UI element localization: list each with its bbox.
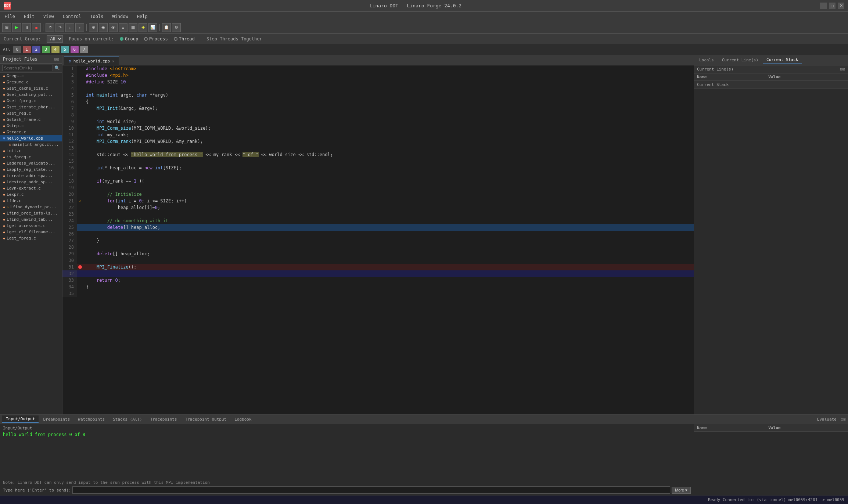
- file-Lapply[interactable]: ◆Lapply_reg_state...: [0, 166, 62, 173]
- file-Gset_iterate[interactable]: ◆Gset_iterate_phdr...: [0, 104, 62, 110]
- file-Gset_reg[interactable]: ◆Gset_reg.c: [0, 110, 62, 116]
- file-Lfde[interactable]: ◆Lfde.c: [0, 198, 62, 204]
- file-hello_world[interactable]: ▼hello_world.cpp: [0, 135, 62, 141]
- menu-help[interactable]: Help: [136, 13, 149, 20]
- file-icon: ◆: [3, 199, 5, 203]
- file-Gregs[interactable]: ◆Gregs.c: [0, 73, 62, 79]
- thread-6[interactable]: 6: [71, 46, 79, 53]
- menu-edit[interactable]: Edit: [22, 13, 36, 20]
- rpanel-tab-current-stack[interactable]: Current Stack: [763, 56, 802, 64]
- editor-tab-hello-world[interactable]: ⊙ hello_world.cpp ✕: [64, 57, 119, 65]
- file-Lfind_dynamic[interactable]: ◆⚠Lfind_dynamic_pr...: [0, 204, 62, 210]
- focus-thread-radio[interactable]: [174, 37, 177, 41]
- thread-2[interactable]: 2: [32, 46, 40, 53]
- file-Gset_caching[interactable]: ◆Gset_caching_pol...: [0, 91, 62, 98]
- rpanel-tab-locals[interactable]: Locals: [696, 56, 718, 64]
- toolbar-stop-btn[interactable]: ■: [32, 23, 41, 32]
- toolbar-restart-btn[interactable]: ↺: [46, 23, 54, 32]
- thread-7[interactable]: 7: [80, 46, 88, 53]
- toolbar-cross-btn[interactable]: ✚: [139, 23, 147, 32]
- menu-window[interactable]: Window: [111, 13, 129, 20]
- thread-4[interactable]: 4: [51, 46, 60, 53]
- toolbar: ⊞ ▶ ⏸ ■ ↺ ↷ ↓ ↑ ⊛ ◉ 👁 ≡ ▦ ✚ 📊 📋 ⚙: [0, 21, 848, 34]
- current-group-select[interactable]: All: [47, 35, 63, 43]
- maximize-button[interactable]: □: [829, 3, 836, 9]
- file-Laddress[interactable]: ◆Laddress_validato...: [0, 160, 62, 166]
- toolbar-pause-btn[interactable]: ⏸: [22, 23, 31, 32]
- menu-tools[interactable]: Tools: [89, 13, 105, 20]
- btab-breakpoints[interactable]: Breakpoints: [39, 416, 73, 423]
- toolbar-play-btn[interactable]: ▶: [12, 23, 21, 32]
- toolbar-step-over-btn[interactable]: ↷: [55, 23, 64, 32]
- file-Gset_fpreg[interactable]: ◆Gset_fpreg.c: [0, 98, 62, 104]
- line-number: 35: [62, 290, 77, 297]
- toolbar-step-into-btn[interactable]: ↓: [65, 23, 74, 32]
- more-button[interactable]: More ▾: [672, 487, 691, 494]
- file-Gstep[interactable]: ◆Gstep.c: [0, 123, 62, 129]
- toolbar-bp2-btn[interactable]: ◉: [99, 23, 108, 32]
- toolbar-chart-btn[interactable]: 📊: [148, 23, 157, 32]
- line-number: 29: [62, 251, 77, 257]
- file-Lcreate[interactable]: ◆Lcreate_addr_spa...: [0, 173, 62, 179]
- app-icon: DDT: [4, 2, 11, 10]
- file-Lfind_proc[interactable]: ◆Lfind_proc_info-ls...: [0, 210, 62, 216]
- toolbar-mem-btn[interactable]: ▦: [129, 23, 137, 32]
- tab-close-icon[interactable]: ✕: [112, 59, 114, 63]
- file-Lexpr[interactable]: ◆Lexpr.c: [0, 191, 62, 198]
- file-Gset_cache[interactable]: ◆Gset_cache_size.c: [0, 85, 62, 91]
- menu-view[interactable]: View: [42, 13, 55, 20]
- toolbar-eval-btn[interactable]: ≡: [119, 23, 127, 32]
- thread-5[interactable]: 5: [61, 46, 69, 53]
- toolbar-watch-btn[interactable]: 👁: [109, 23, 118, 32]
- file-init[interactable]: ◆init.c: [0, 148, 62, 154]
- code-line-25: 25 delete[] heap_alloc;: [62, 224, 694, 231]
- eval-name-col: Name: [694, 424, 765, 432]
- file-Lget_elf[interactable]: ◆Lget_elf_filename...: [0, 229, 62, 235]
- toolbar-bp-btn[interactable]: ⊛: [89, 23, 98, 32]
- btab-io[interactable]: Input/Output: [2, 415, 39, 423]
- focus-process-option[interactable]: Process: [144, 36, 168, 42]
- focus-group-radio[interactable]: [120, 37, 123, 41]
- io-input[interactable]: [72, 486, 670, 494]
- line-number: 8: [62, 112, 77, 118]
- code-container[interactable]: 1 #include <iostream> 2 #include <mpi.h>…: [62, 65, 694, 414]
- close-button[interactable]: ✕: [838, 3, 844, 9]
- thread-3[interactable]: 3: [42, 46, 50, 53]
- btab-watchpoints[interactable]: Watchpoints: [74, 416, 108, 423]
- focus-thread-option[interactable]: Thread: [174, 36, 195, 42]
- search-input[interactable]: [2, 65, 53, 71]
- file-is_fpreg[interactable]: ◆is_fpreg.c: [0, 154, 62, 160]
- focus-group-option[interactable]: Group: [120, 36, 138, 42]
- file-icon: ◆: [3, 180, 5, 184]
- minimize-button[interactable]: ─: [820, 3, 827, 9]
- line-marker: [77, 98, 83, 105]
- toolbar-log-btn[interactable]: 📋: [162, 23, 171, 32]
- btab-logbook[interactable]: Logbook: [231, 416, 255, 423]
- file-Ldyn[interactable]: ◆Ldyn-extract.c: [0, 185, 62, 191]
- code-line-34: 34 }: [62, 284, 694, 290]
- focus-process-radio[interactable]: [144, 37, 148, 41]
- focus-group-label: Group: [125, 36, 138, 42]
- rpanel-tab-current-lines[interactable]: Current Line(s): [718, 56, 762, 64]
- file-Lfind_unwind[interactable]: ◆Lfind_unwind_tab...: [0, 216, 62, 223]
- sidebar-title: Project Files: [3, 57, 37, 62]
- thread-1[interactable]: 1: [23, 46, 31, 53]
- file-Gresume[interactable]: ◆Gresume.c: [0, 79, 62, 85]
- thread-0[interactable]: 0: [13, 46, 21, 53]
- file-main[interactable]: ⊙main(int argc,cl...: [0, 141, 62, 148]
- toolbar-step-out-btn[interactable]: ↑: [75, 23, 84, 32]
- btab-stacks[interactable]: Stacks (All): [109, 416, 145, 423]
- toolbar-new-btn[interactable]: ⊞: [2, 23, 11, 32]
- menu-file[interactable]: File: [3, 13, 17, 20]
- menu-control[interactable]: Control: [61, 13, 83, 20]
- toolbar-settings-btn[interactable]: ⚙: [172, 23, 181, 32]
- file-Lget_fpreg[interactable]: ◆Lget_fpreg.c: [0, 235, 62, 241]
- file-Gstash[interactable]: ◆Gstash_frame.c: [0, 116, 62, 123]
- file-Lget_accessors[interactable]: ◆Lget_accessors.c: [0, 223, 62, 229]
- btab-tracepoint-output[interactable]: Tracepoint Output: [182, 416, 230, 423]
- file-icon: ◆: [3, 192, 5, 197]
- line-marker: [77, 165, 83, 171]
- file-Gtrace[interactable]: ◆Gtrace.c: [0, 129, 62, 135]
- btab-tracepoints[interactable]: Tracepoints: [147, 416, 181, 423]
- file-Ldestroy[interactable]: ◆Ldestroy_addr_sp...: [0, 179, 62, 185]
